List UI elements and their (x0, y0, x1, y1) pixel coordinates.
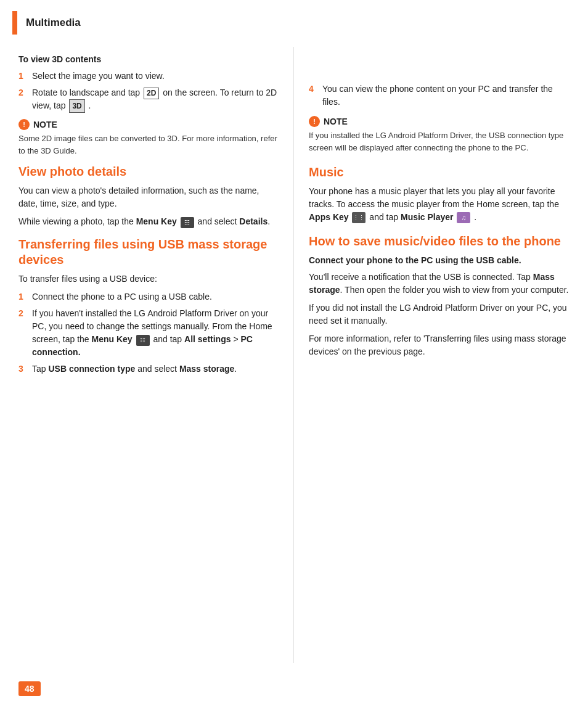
page: Multimedia To view 3D contents 1 Select … (0, 0, 588, 706)
icon-music-player: ♫ (457, 212, 470, 223)
note-3d: ! NOTE Some 2D image files can be conver… (18, 119, 279, 157)
usb-steps: 1 Connect the phone to a PC using a USB … (18, 290, 279, 376)
usb-step-3: Tap USB connection type and select Mass … (32, 363, 237, 376)
note-title: ! NOTE (18, 119, 279, 130)
usb-step-1: Connect the phone to a PC using a USB ca… (32, 290, 212, 303)
step-1-text: Select the image you want to view. (32, 70, 165, 83)
music-section: Music Your phone has a music player that… (309, 165, 570, 224)
page-title: Multimedia (26, 17, 81, 29)
note-label: NOTE (33, 120, 57, 129)
list-item: 3 Tap USB connection type and select Mas… (18, 363, 279, 376)
view-3d-steps: 1 Select the image you want to view. 2 R… (18, 70, 279, 113)
usb-section: Transferring files using USB mass storag… (18, 237, 279, 376)
icon-apps-key: ⋮⋮ (352, 212, 365, 223)
usb-step4-text: You can view the phone content on your P… (322, 83, 570, 109)
note-usb-text: If you installed the LG Android Platform… (309, 129, 570, 154)
list-item: 4 You can view the phone content on your… (309, 83, 570, 109)
view-photo-body2: While viewing a photo, tap the Menu Key … (18, 215, 279, 228)
save-para3: For more information, refer to 'Transfer… (309, 332, 570, 358)
usb-intro: To transfer files using a USB device: (18, 273, 279, 285)
header-accent-bar (12, 11, 17, 35)
usb-heading: Transferring files using USB mass storag… (18, 237, 279, 268)
usb-step4-list: 4 You can view the phone content on your… (309, 83, 570, 109)
view-photo-section: View photo details You can view a photo'… (18, 164, 279, 228)
note-icon: ! (309, 116, 320, 127)
header: Multimedia (0, 0, 588, 41)
icon-menu-key-usb: ☷ (136, 335, 150, 346)
view-3d-heading: To view 3D contents (18, 53, 279, 66)
list-item: 2 Rotate to landscape and tap 2D on the … (18, 86, 279, 113)
usb-step4-section: 4 You can view the phone content on your… (309, 83, 570, 109)
list-item: 1 Select the image you want to view. (18, 70, 279, 83)
note-usb: ! NOTE If you installed the LG Android P… (309, 116, 570, 154)
icon-2d: 2D (144, 88, 159, 100)
note-usb-title: ! NOTE (309, 116, 570, 127)
save-para1: You'll receive a notification that the U… (309, 271, 570, 297)
how-to-save-section: How to save music/video files to the pho… (309, 234, 570, 358)
step-2-text: Rotate to landscape and tap 2D on the sc… (32, 86, 279, 113)
main-content: To view 3D contents 1 Select the image y… (0, 41, 588, 675)
list-item: 1 Connect the phone to a PC using a USB … (18, 290, 279, 303)
view-photo-body1: You can view a photo's detailed informat… (18, 184, 279, 210)
note-usb-label: NOTE (324, 117, 348, 126)
list-item: 2 If you haven't installed the LG Androi… (18, 307, 279, 359)
step-num-2: 2 (18, 86, 30, 113)
view-photo-heading: View photo details (18, 164, 279, 179)
note-text: Some 2D image files can be converted to … (18, 133, 279, 157)
note-icon: ! (18, 119, 30, 130)
page-number: 48 (18, 681, 41, 696)
step-num-3: 3 (18, 363, 30, 376)
music-heading: Music (309, 165, 570, 180)
view-3d-section: To view 3D contents 1 Select the image y… (18, 53, 279, 157)
step-num-2: 2 (18, 307, 30, 359)
usb-step-2: If you haven't installed the LG Android … (32, 307, 279, 359)
step-num-1: 1 (18, 70, 30, 83)
save-para2: If you did not install the LG Android Pl… (309, 302, 570, 327)
step-num-4: 4 (309, 83, 320, 109)
step-num-1: 1 (18, 290, 30, 303)
left-column: To view 3D contents 1 Select the image y… (0, 47, 294, 663)
right-column: 4 You can view the phone content on your… (294, 47, 588, 663)
connect-heading: Connect your phone to the PC using the U… (309, 254, 570, 267)
icon-menu-key-photo: ☷ (181, 217, 194, 228)
how-to-save-heading: How to save music/video files to the pho… (309, 234, 570, 249)
footer: 48 (0, 675, 588, 706)
icon-3d: 3D (69, 99, 84, 113)
music-body: Your phone has a music player that lets … (309, 185, 570, 224)
